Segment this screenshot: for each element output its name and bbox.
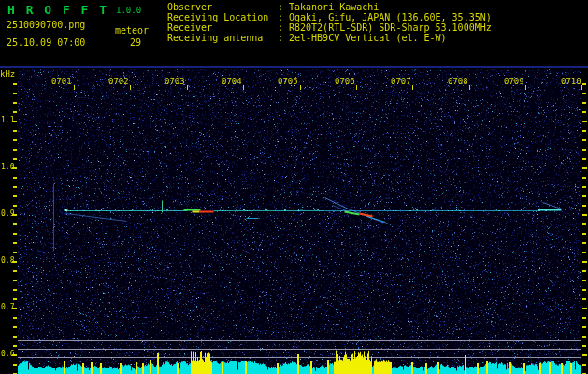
- info-colon: :: [278, 22, 289, 33]
- time-tick-label: 0703: [165, 78, 185, 86]
- freq-axis-unit: kHz: [0, 70, 15, 79]
- time-tick-label: 0709: [504, 78, 524, 86]
- info-label: Receiving antenna: [167, 33, 278, 43]
- freq-tick-label: 0.8: [1, 257, 14, 265]
- spectrogram-canvas: [0, 0, 588, 374]
- info-label: Observer: [167, 2, 278, 12]
- observation-datetime: 25.10.09 07:00: [7, 37, 85, 48]
- meteor-count: 29: [130, 37, 141, 48]
- info-label: Receiver: [167, 22, 278, 33]
- freq-tick-label: 0.7: [1, 304, 14, 311]
- info-value: Takanori Kawachi: [289, 2, 492, 12]
- info-value: Ogaki, Gifu, JAPAN (136.60E, 35.35N): [289, 12, 492, 22]
- mode-label: meteor: [115, 25, 149, 36]
- time-tick-label: 0710: [561, 78, 581, 86]
- hrofft-screenshot: H R O F F T 1.0.0 2510090700.png meteor …: [0, 0, 588, 374]
- observer-info-block: Observer:Takanori Kawachi Receiving Loca…: [167, 2, 492, 43]
- time-tick-label: 0701: [51, 78, 72, 86]
- app-title: H R O F F T: [7, 3, 108, 17]
- freq-tick-label: 1.1: [1, 117, 14, 124]
- info-value: R820T2(RTL-SDR) SDR-Sharp 53.1000MHz: [289, 22, 492, 33]
- info-row-location: Receiving Location:Ogaki, Gifu, JAPAN (1…: [167, 12, 492, 22]
- time-tick-label: 0702: [108, 78, 129, 86]
- info-colon: :: [278, 33, 289, 43]
- freq-tick-label: 0.6: [1, 351, 14, 358]
- info-label: Receiving Location: [167, 12, 278, 22]
- time-tick-label: 0706: [335, 78, 355, 86]
- info-colon: :: [278, 12, 289, 22]
- time-tick-label: 0707: [391, 78, 411, 86]
- info-colon: :: [278, 2, 289, 12]
- output-filename: 2510090700.png: [7, 20, 85, 30]
- info-row-antenna: Receiving antenna:2el-HB9CV Vertical (el…: [167, 33, 492, 43]
- time-tick-label: 0708: [448, 78, 468, 86]
- freq-tick-label: 0.9: [1, 210, 14, 218]
- app-version: 1.0.0: [116, 6, 141, 15]
- time-tick-label: 0704: [222, 78, 242, 86]
- info-row-receiver: Receiver:R820T2(RTL-SDR) SDR-Sharp 53.10…: [167, 22, 492, 33]
- time-tick-label: 0705: [278, 78, 298, 86]
- info-value: 2el-HB9CV Vertical (el. E-W): [289, 33, 492, 43]
- freq-tick-label: 1.0: [1, 164, 14, 171]
- info-row-observer: Observer:Takanori Kawachi: [167, 2, 492, 12]
